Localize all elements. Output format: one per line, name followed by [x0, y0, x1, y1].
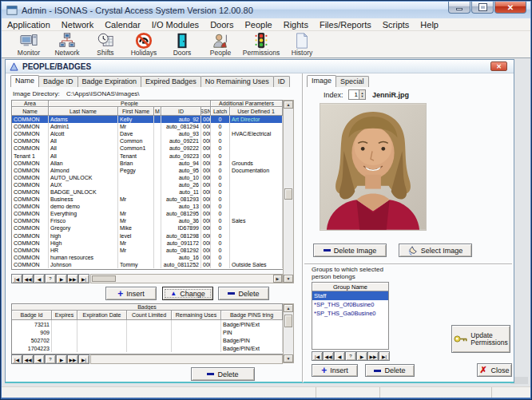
scrollbar-thumb[interactable] — [92, 275, 116, 282]
table-row[interactable]: COMMONAlmondPeggyauto_95000-0Documentati… — [12, 167, 283, 174]
update-permissions-button[interactable]: Update Permissions — [451, 325, 510, 353]
menu-network[interactable]: Network — [56, 20, 99, 30]
nav-locate-button[interactable]: ? — [45, 354, 56, 364]
index-spinner[interactable]: 1 ▲▼ — [348, 89, 366, 100]
change-button[interactable]: ▲ Change — [162, 287, 213, 300]
tab-id[interactable]: ID — [273, 76, 290, 87]
column-header-badge-pins-tring[interactable]: Badge PINS tring — [221, 311, 283, 320]
table-row[interactable]: COMMONAllCommon1auto_09222000-0 — [12, 145, 283, 152]
badges-hscrollbar[interactable] — [90, 354, 283, 364]
minimize-button[interactable] — [448, 2, 470, 14]
group-row[interactable]: Staff — [312, 291, 388, 300]
table-row[interactable]: COMMONHighMrauto_091172000-0 — [12, 240, 283, 247]
badges-vscrollbar[interactable]: ▲ ▼ — [283, 303, 294, 363]
tab-badge-id[interactable]: Badge ID — [38, 76, 78, 87]
nav-first-button[interactable]: |◀ — [11, 274, 22, 283]
menu-calendar[interactable]: Calendar — [99, 20, 146, 30]
nav-next-page-button[interactable]: ▶▶ — [67, 274, 78, 283]
nav-last-button[interactable]: ▶| — [78, 354, 89, 364]
menu-i-o-modules[interactable]: I/O Modules — [146, 20, 204, 30]
toolbar-history[interactable]: History — [283, 32, 321, 57]
menu-scripts[interactable]: Scripts — [377, 20, 415, 30]
table-row[interactable]: Tenant 1AllTenantauto_09223000-0 — [12, 152, 283, 159]
nav-prev-page-button[interactable]: ◀◀ — [323, 351, 334, 361]
nav-locate-button[interactable]: ? — [345, 351, 356, 361]
toolbar-people[interactable]: People — [201, 32, 240, 57]
table-row[interactable]: 1704223Badge/PIN/Ext — [12, 344, 283, 352]
scrollbar-thumb[interactable] — [284, 188, 292, 200]
column-header-expires[interactable]: Expires — [52, 311, 77, 320]
nav-prev-button[interactable]: ◀ — [34, 354, 45, 364]
nav-next-button[interactable]: ▶ — [356, 351, 367, 361]
scroll-down-icon[interactable]: ▼ — [284, 275, 293, 283]
scrollbar-thumb[interactable] — [284, 315, 292, 327]
table-row[interactable]: COMMONFriscoMrauto_36000-0Sales — [12, 217, 283, 224]
table-row[interactable]: COMMONdemo demoauto_13000-0 — [12, 203, 283, 210]
menu-rights[interactable]: Rights — [278, 20, 314, 30]
toolbar-doors[interactable]: Doors — [163, 32, 201, 57]
table-row[interactable]: 909PIN — [12, 328, 283, 336]
maximize-button[interactable] — [471, 2, 494, 14]
table-row[interactable]: 73211Badge/PIN/Ext — [12, 320, 283, 328]
people-badges-title-bar[interactable]: PEOPLE/BADGES ✕ — [6, 60, 514, 73]
table-row[interactable]: COMMONAUTO_UNLOCKauto_10000-0 — [12, 174, 283, 181]
group-row[interactable]: *SP_THS_Of0Busine0 — [312, 300, 388, 309]
spinner-arrows-icon[interactable]: ▲▼ — [359, 90, 365, 99]
table-row[interactable]: COMMONhighlevelauto_081298000-0 — [12, 232, 283, 240]
insert-button[interactable]: + Insert — [105, 287, 157, 300]
scroll-up-icon[interactable]: ▲ — [284, 304, 293, 312]
people-vscrollbar[interactable]: ▲ ▼ — [283, 100, 294, 283]
column-header-ssn[interactable]: SSN — [201, 107, 211, 116]
table-row[interactable]: COMMONAllanBrianauto_94000-3Grounds — [12, 160, 283, 167]
nav-prev-button[interactable]: ◀ — [334, 351, 345, 361]
scroll-right-icon[interactable]: ▶ — [273, 275, 282, 283]
table-row[interactable]: COMMONEverythingMrauto_081295000-0 — [12, 210, 283, 217]
groups-insert-button[interactable]: + Insert — [312, 364, 358, 377]
group-header-area[interactable]: Area — [12, 101, 49, 107]
column-header-latch[interactable]: Latch — [211, 107, 230, 116]
tab-expired-badges[interactable]: Expired Badges — [141, 76, 201, 87]
groups-delete-button[interactable]: Delete — [365, 364, 415, 377]
groups-column-header[interactable]: Group Name — [312, 283, 388, 291]
toolbar-shifts[interactable]: Shifts — [86, 32, 125, 57]
group-header-people[interactable]: People — [49, 101, 211, 107]
table-row[interactable]: 502702Badge/PIN — [12, 336, 283, 344]
nav-last-button[interactable]: ▶| — [379, 351, 390, 361]
scroll-up-icon[interactable]: ▲ — [284, 101, 293, 109]
toolbar-network[interactable]: Network — [48, 32, 86, 57]
tab-image[interactable]: Image — [307, 75, 336, 87]
delete-image-button[interactable]: Delete Image — [313, 244, 387, 257]
table-row[interactable]: COMMONAlcottDaveauto_93000-0HVAC/Electri… — [12, 130, 283, 137]
table-row[interactable]: COMMONJohnsonTommyauto_0811252000-0Outsi… — [12, 261, 283, 268]
toolbar-holidays[interactable]: Holidays — [125, 32, 163, 57]
table-row[interactable]: COMMONAUXauto_26000-0 — [12, 181, 283, 188]
column-header-m[interactable]: M — [154, 107, 161, 116]
column-header-remaining-uses[interactable]: Remaining Uses — [172, 311, 221, 320]
close-panel-button[interactable]: ✗ Close — [477, 363, 512, 377]
group-header-additional[interactable]: Additional Parameters — [211, 101, 283, 107]
column-header-id[interactable]: ID — [161, 107, 201, 116]
table-row[interactable]: COMMONAdamsKellyauto_92000-0Art Director — [12, 116, 283, 123]
column-header-user-defined-1[interactable]: User Defined 1 — [230, 107, 283, 116]
tab-badge-expiration[interactable]: Badge Expiration — [77, 76, 142, 87]
menu-people[interactable]: People — [239, 20, 277, 30]
people-hscrollbar[interactable]: ▶ — [90, 274, 283, 283]
toolbar-permissions[interactable]: Permissions — [240, 32, 283, 57]
panel-close-button[interactable]: ✕ — [490, 61, 507, 71]
badges-delete-button[interactable]: Delete — [191, 367, 255, 381]
nav-prev-page-button[interactable]: ◀◀ — [22, 274, 34, 283]
column-header-last-name[interactable]: Last Name — [49, 107, 118, 116]
scroll-down-icon[interactable]: ▼ — [284, 354, 293, 362]
table-row[interactable]: COMMONGregoryMikeID67899000-0 — [12, 224, 283, 232]
column-header-first-name[interactable]: First Name — [118, 107, 154, 116]
nav-locate-button[interactable]: ? — [45, 274, 56, 283]
nav-next-page-button[interactable]: ▶▶ — [67, 354, 78, 364]
close-button[interactable]: ✕ — [494, 2, 526, 14]
nav-prev-button[interactable]: ◀ — [34, 274, 45, 283]
column-header-badge-id[interactable]: Badge Id — [12, 311, 52, 320]
menu-help[interactable]: Help — [415, 20, 444, 30]
table-row[interactable]: COMMONBusinessMrauto_081293000-0 — [12, 196, 283, 203]
column-header-expiration-date[interactable]: Expiration Date — [77, 311, 127, 320]
select-image-button[interactable]: Select Image — [399, 244, 472, 257]
column-header-name[interactable]: Name — [12, 107, 49, 116]
